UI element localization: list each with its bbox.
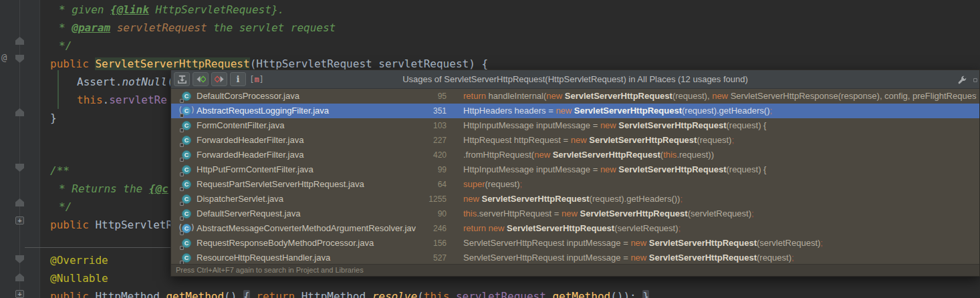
code-segment: ServletServerHttpRequest bbox=[507, 223, 614, 233]
code-segment: HttpInputMessage inputMessage = bbox=[463, 164, 600, 174]
usage-row[interactable]: CRequestPartServletServerHttpRequest.jav… bbox=[171, 177, 979, 192]
class-icon: C bbox=[181, 238, 192, 249]
usage-line-number: 527 bbox=[412, 251, 447, 265]
code-segment: HttpMethod bbox=[95, 290, 166, 298]
editor-code-line[interactable]: } bbox=[50, 111, 57, 126]
code-segment: @param bbox=[72, 21, 110, 34]
code-segment: HttpHeaders headers = bbox=[463, 106, 556, 116]
editor-code-line[interactable]: /** bbox=[50, 164, 70, 178]
code-segment: ServletServerHttpRequest bbox=[618, 164, 726, 174]
code-segment: . bbox=[449, 290, 456, 298]
class-icon: C bbox=[181, 135, 192, 146]
code-segment: /** bbox=[50, 164, 70, 177]
usage-file-name: ForwardedHeaderFilter.java bbox=[197, 148, 416, 162]
ide-window: @ ++ * given {@link HttpServletRequest}.… bbox=[0, 0, 980, 298]
usage-file-name: FormContentFilter.java bbox=[197, 118, 416, 133]
code-segment: ()); bbox=[610, 290, 636, 298]
pin-icon-partial[interactable] bbox=[973, 73, 978, 87]
editor-code-line[interactable]: @Override bbox=[50, 253, 108, 268]
editor-code-line[interactable]: */ bbox=[59, 200, 72, 214]
abstract-class-icon: ()C bbox=[181, 223, 192, 234]
usage-line-number: 227 bbox=[412, 133, 447, 148]
usage-file-name: ForwardedHeaderFilter.java bbox=[197, 133, 416, 148]
usage-file-name: DefaultServerRequest.java bbox=[197, 206, 416, 221]
usage-file-name: AbstractMessageConverterMethodArgumentRe… bbox=[197, 221, 416, 236]
code-segment: new bbox=[630, 238, 648, 248]
lock-badge bbox=[180, 246, 184, 250]
code-segment: getMethod bbox=[166, 290, 224, 298]
editor-code-line[interactable]: public HttpMethod getMethod() { return H… bbox=[50, 289, 649, 298]
usage-line-number: 156 bbox=[412, 236, 447, 251]
popup-footer-hint: Press Ctrl+Alt+F7 again to search in Pro… bbox=[171, 264, 979, 276]
code-segment: public bbox=[50, 218, 95, 231]
usage-row[interactable]: CFormContentFilter.java103HttpInputMessa… bbox=[171, 118, 979, 133]
usage-code-preview: HttpInputMessage inputMessage = new Serv… bbox=[463, 118, 977, 133]
editor-code-line[interactable]: * given {@link HttpServletRequest}. bbox=[59, 3, 284, 17]
editor-code-line[interactable]: Assert.notNull( bbox=[77, 75, 174, 90]
code-segment: this bbox=[663, 150, 677, 160]
code-segment: notNull bbox=[122, 76, 166, 88]
lock-badge bbox=[180, 99, 184, 103]
usage-row[interactable]: ()CAbstractRequestLoggingFilter.java351H… bbox=[171, 104, 979, 118]
code-segment: ServletServerHttpRequest bbox=[649, 238, 757, 248]
usage-row[interactable]: CHttpPutFormContentFilter.java99HttpInpu… bbox=[171, 162, 979, 177]
code-segment: public bbox=[50, 290, 95, 298]
code-segment: return bbox=[463, 91, 489, 101]
usage-row[interactable]: CForwardedHeaderFilter.java420.fromHttpR… bbox=[171, 148, 979, 162]
class-icon: C bbox=[181, 179, 192, 190]
editor-code-line[interactable]: this.servletRe bbox=[77, 93, 167, 108]
code-segment: .request)) bbox=[677, 150, 714, 160]
code-segment: ServletServerHttpRequest inputMessage = bbox=[463, 238, 630, 248]
code-segment: HttpServletRequest}. bbox=[149, 3, 284, 16]
editor-code-line[interactable]: * @param servletRequest the servlet requ… bbox=[59, 21, 336, 35]
editor-code-line[interactable]: * Returns the {@c bbox=[59, 182, 168, 196]
usage-row[interactable]: CDispatcherServlet.java1255new ServletSe… bbox=[171, 192, 979, 206]
editor-code-line[interactable]: public HttpServletR bbox=[50, 218, 172, 233]
code-segment: super bbox=[463, 179, 485, 189]
method-separator bbox=[25, 247, 170, 248]
code-segment: new bbox=[600, 120, 618, 130]
usage-line-number: 64 bbox=[412, 177, 447, 192]
code-segment: new bbox=[546, 91, 564, 101]
lock-badge bbox=[180, 143, 184, 147]
code-segment: * bbox=[59, 21, 72, 34]
usage-row[interactable]: CRequestResponseBodyMethodProcessor.java… bbox=[171, 236, 979, 251]
usage-row[interactable]: CDefaultServerRequest.java90this.serverH… bbox=[171, 206, 979, 221]
usage-line-number: 351 bbox=[412, 104, 447, 118]
code-segment: ServletServerHttpRequest bbox=[580, 208, 688, 218]
code-segment: ServletServerHttpResponse(response), con… bbox=[731, 91, 977, 101]
usage-code-preview: new ServletServerHttpRequest(request).ge… bbox=[463, 192, 977, 206]
code-segment: the servlet request bbox=[213, 21, 336, 34]
code-segment: */ bbox=[59, 200, 72, 213]
code-segment: (request) bbox=[757, 253, 791, 263]
code-segment: public bbox=[50, 57, 95, 70]
usage-row[interactable]: CResourceHttpRequestHandler.java527Servl… bbox=[171, 251, 979, 265]
code-segment: (request).getHeaders()) bbox=[590, 194, 681, 204]
usage-file-name: ResourceHttpRequestHandler.java bbox=[197, 251, 416, 265]
code-segment: resolve bbox=[372, 290, 417, 298]
code-segment: new bbox=[534, 150, 552, 160]
class-icon: C bbox=[181, 150, 192, 160]
usage-code-preview: ServletServerHttpRequest inputMessage = … bbox=[463, 251, 977, 265]
code-segment: new bbox=[630, 253, 648, 263]
code-segment: ServletServerHttpRequest inputMessage = bbox=[463, 253, 630, 263]
code-segment: servletRe bbox=[109, 94, 167, 106]
code-segment: HttpRequest httpRequest = bbox=[463, 135, 571, 145]
code-segment: ServletServerHttpRequest bbox=[649, 253, 757, 263]
usage-file-name: DispatcherServlet.java bbox=[197, 192, 416, 206]
usage-row[interactable]: ()CAbstractMessageConverterMethodArgumen… bbox=[171, 221, 979, 236]
settings-wrench-icon[interactable] bbox=[954, 73, 970, 87]
code-segment: (request), bbox=[672, 91, 712, 101]
popup-title: Usages of ServletServerHttpRequest(HttpS… bbox=[171, 74, 979, 84]
usage-row[interactable]: CDefaultCorsProcessor.java95return handl… bbox=[171, 89, 979, 104]
lock-badge bbox=[180, 172, 184, 176]
code-segment: ServletServerHttpRequest bbox=[95, 57, 249, 70]
usage-code-preview: .fromHttpRequest(new ServletServerHttpRe… bbox=[463, 148, 977, 162]
code-segment: (request).getHeaders() bbox=[682, 106, 770, 116]
code-segment: ServletServerHttpRequest bbox=[553, 150, 660, 160]
code-segment: .serverHttpRequest = bbox=[477, 208, 562, 218]
usage-row[interactable]: CForwardedHeaderFilter.java227HttpReques… bbox=[171, 133, 979, 148]
editor-code-line[interactable]: @Nullable bbox=[50, 271, 108, 286]
code-segment: ; bbox=[751, 208, 754, 218]
editor-code-line[interactable]: */ bbox=[59, 39, 72, 53]
